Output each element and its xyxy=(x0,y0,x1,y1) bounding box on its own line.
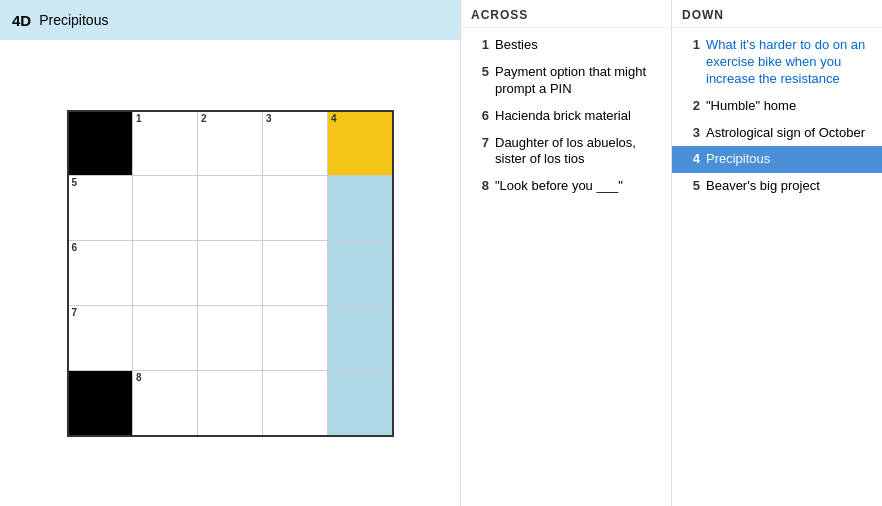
down-panel: DOWN 1What it's harder to do on an exerc… xyxy=(671,0,882,506)
cell-0-4[interactable]: 4 xyxy=(328,111,393,176)
clue-description: Daughter of los abuelos, sister of los t… xyxy=(495,135,661,169)
cell-1-3[interactable] xyxy=(263,176,328,241)
cell-4-0[interactable] xyxy=(68,371,133,436)
across-clue-item[interactable]: 1Besties xyxy=(461,32,671,59)
cell-1-4[interactable] xyxy=(328,176,393,241)
cell-4-4[interactable] xyxy=(328,371,393,436)
cell-0-2[interactable]: 2 xyxy=(198,111,263,176)
cell-2-1[interactable] xyxy=(133,241,198,306)
cell-number-0-4: 4 xyxy=(331,114,337,124)
down-clue-item[interactable]: 1What it's harder to do on an exercise b… xyxy=(672,32,882,93)
clue-description: What it's harder to do on an exercise bi… xyxy=(706,37,872,88)
clue-description: Hacienda brick material xyxy=(495,108,661,125)
grid-container: 12345678 xyxy=(0,40,460,506)
clue-number: 6 xyxy=(471,108,489,125)
cell-number-1-0: 5 xyxy=(72,178,78,188)
clues-container: ACROSS 1Besties5Payment option that migh… xyxy=(460,0,882,506)
cell-3-4[interactable] xyxy=(328,306,393,371)
clue-description: Beaver's big project xyxy=(706,178,872,195)
down-clue-item[interactable]: 5Beaver's big project xyxy=(672,173,882,200)
across-clues-list[interactable]: 1Besties5Payment option that might promp… xyxy=(461,28,671,506)
across-clue-item[interactable]: 5Payment option that might prompt a PIN xyxy=(461,59,671,103)
active-clue-header: 4D Precipitous xyxy=(0,0,460,40)
cell-number-3-0: 7 xyxy=(72,308,78,318)
down-clue-item[interactable]: 3Astrological sign of October xyxy=(672,120,882,147)
cell-2-4[interactable] xyxy=(328,241,393,306)
cell-4-2[interactable] xyxy=(198,371,263,436)
clue-number: 8 xyxy=(471,178,489,195)
clue-description: "Humble" home xyxy=(706,98,872,115)
across-clue-item[interactable]: 8"Look before you ___" xyxy=(461,173,671,200)
clue-number: 5 xyxy=(682,178,700,195)
cell-number-0-1: 1 xyxy=(136,114,142,124)
clue-number: 1 xyxy=(471,37,489,54)
across-clue-item[interactable]: 7Daughter of los abuelos, sister of los … xyxy=(461,130,671,174)
cell-1-0[interactable]: 5 xyxy=(68,176,133,241)
cell-4-1[interactable]: 8 xyxy=(133,371,198,436)
cell-2-2[interactable] xyxy=(198,241,263,306)
clue-number: 4 xyxy=(682,151,700,168)
cell-1-2[interactable] xyxy=(198,176,263,241)
clue-number: 2 xyxy=(682,98,700,115)
cell-0-0[interactable] xyxy=(68,111,133,176)
cell-1-1[interactable] xyxy=(133,176,198,241)
cell-2-3[interactable] xyxy=(263,241,328,306)
cell-0-3[interactable]: 3 xyxy=(263,111,328,176)
cell-number-0-3: 3 xyxy=(266,114,272,124)
down-clue-item[interactable]: 4Precipitous xyxy=(672,146,882,173)
clue-description: Astrological sign of October xyxy=(706,125,872,142)
cell-3-0[interactable]: 7 xyxy=(68,306,133,371)
down-clue-item[interactable]: 2"Humble" home xyxy=(672,93,882,120)
clue-description: "Look before you ___" xyxy=(495,178,661,195)
cell-3-3[interactable] xyxy=(263,306,328,371)
clue-description: Besties xyxy=(495,37,661,54)
cell-number-2-0: 6 xyxy=(72,243,78,253)
cell-number-0-2: 2 xyxy=(201,114,207,124)
across-clue-item[interactable]: 6Hacienda brick material xyxy=(461,103,671,130)
cell-0-1[interactable]: 1 xyxy=(133,111,198,176)
cell-3-1[interactable] xyxy=(133,306,198,371)
cell-4-3[interactable] xyxy=(263,371,328,436)
crossword-grid: 12345678 xyxy=(67,110,394,437)
cell-3-2[interactable] xyxy=(198,306,263,371)
active-clue-number: 4D xyxy=(12,12,31,29)
clue-number: 3 xyxy=(682,125,700,142)
across-title: ACROSS xyxy=(461,0,671,28)
clue-number: 1 xyxy=(682,37,700,88)
clue-number: 5 xyxy=(471,64,489,98)
clue-description: Precipitous xyxy=(706,151,872,168)
cell-2-0[interactable]: 6 xyxy=(68,241,133,306)
cell-number-4-1: 8 xyxy=(136,373,142,383)
down-clues-list[interactable]: 1What it's harder to do on an exercise b… xyxy=(672,28,882,506)
clue-description: Payment option that might prompt a PIN xyxy=(495,64,661,98)
clue-number: 7 xyxy=(471,135,489,169)
crossword-panel: 4D Precipitous 12345678 xyxy=(0,0,460,506)
down-title: DOWN xyxy=(672,0,882,28)
across-panel: ACROSS 1Besties5Payment option that migh… xyxy=(460,0,671,506)
active-clue-text: Precipitous xyxy=(39,12,108,28)
